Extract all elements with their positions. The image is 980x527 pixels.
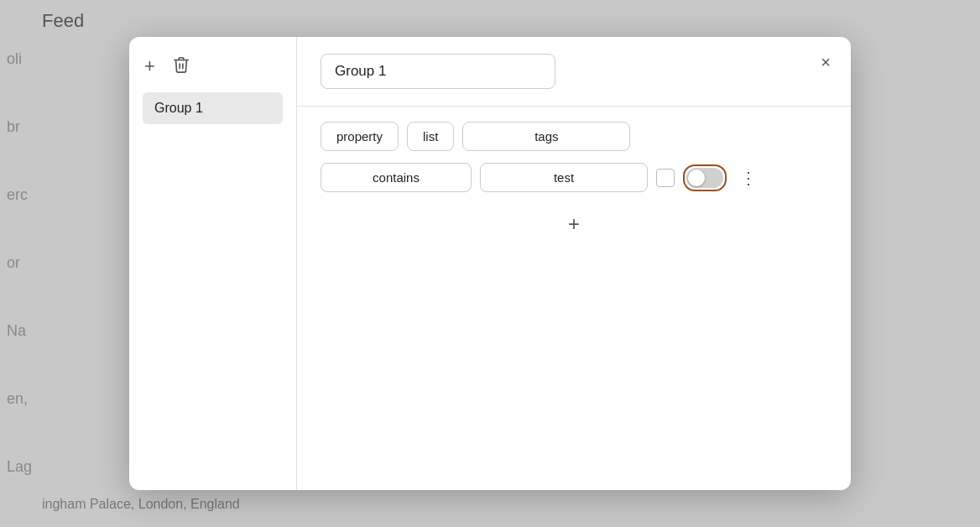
toggle-thumb bbox=[688, 170, 705, 186]
close-button[interactable]: × bbox=[817, 50, 834, 74]
modal-body: + Group 1 bbox=[129, 37, 851, 490]
more-options-button[interactable]: ⋮ bbox=[735, 166, 763, 190]
value-input[interactable]: test bbox=[480, 163, 648, 192]
condition-row: contains test ⋮ bbox=[321, 163, 827, 192]
modal-dialog: × + Group 1 bbox=[129, 37, 851, 490]
left-panel: + Group 1 bbox=[129, 37, 297, 490]
condition-checkbox[interactable] bbox=[656, 169, 675, 187]
divider bbox=[297, 106, 851, 107]
filter-chip-property[interactable]: property bbox=[321, 122, 399, 151]
delete-group-button[interactable] bbox=[170, 54, 192, 79]
modal-overlay: × + Group 1 bbox=[0, 0, 980, 527]
group-item[interactable]: Group 1 bbox=[143, 92, 283, 124]
add-condition-button[interactable]: + bbox=[321, 211, 827, 237]
right-panel: property list tags contains test ⋮ bbox=[297, 37, 851, 490]
group-name-input[interactable] bbox=[321, 54, 555, 89]
group-actions: + bbox=[143, 54, 283, 79]
filter-chip-list[interactable]: list bbox=[407, 122, 454, 151]
toggle-wrapper[interactable] bbox=[683, 164, 727, 191]
add-group-button[interactable]: + bbox=[143, 55, 157, 77]
toggle-switch[interactable] bbox=[686, 168, 723, 188]
operator-select[interactable]: contains bbox=[321, 163, 472, 192]
filter-chip-tags[interactable]: tags bbox=[462, 122, 630, 151]
filter-type-row: property list tags bbox=[321, 122, 827, 151]
